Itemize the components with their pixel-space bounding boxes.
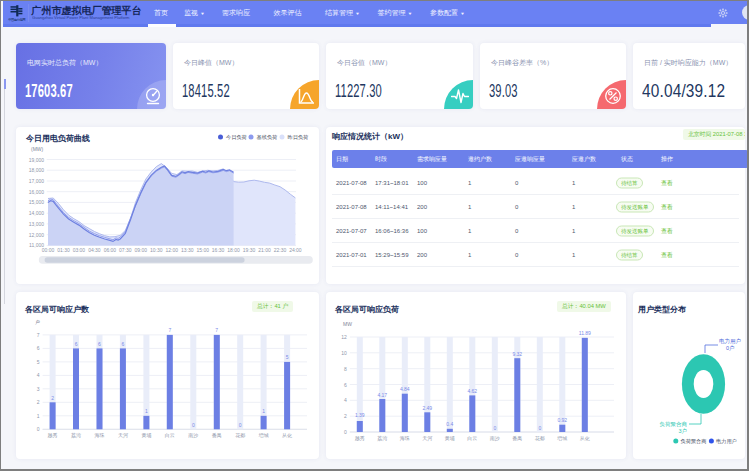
svg-text:00:00: 00:00 — [42, 247, 55, 253]
svg-text:7: 7 — [168, 327, 171, 333]
svg-text:0.92: 0.92 — [557, 417, 567, 423]
svg-text:黄埔: 黄埔 — [445, 435, 455, 441]
svg-text:10: 10 — [341, 350, 347, 356]
svg-text:12:00: 12:00 — [165, 247, 178, 253]
svg-text:1: 1 — [37, 413, 40, 419]
svg-text:6: 6 — [98, 341, 101, 347]
svg-text:0.4: 0.4 — [446, 421, 453, 427]
svg-text:增城: 增城 — [258, 432, 269, 438]
svg-text:3: 3 — [37, 386, 40, 392]
svg-text:12,000: 12,000 — [29, 232, 45, 238]
svg-text:从化: 从化 — [580, 435, 590, 442]
svg-text:12: 12 — [341, 334, 347, 340]
svg-text:7: 7 — [37, 332, 40, 338]
svg-text:19,000: 19,000 — [29, 157, 45, 163]
svg-text:8: 8 — [344, 366, 347, 372]
svg-text:0: 0 — [239, 422, 242, 428]
svg-text:18:00: 18:00 — [227, 247, 240, 253]
svg-text:白云: 白云 — [165, 432, 175, 439]
svg-text:负荷聚合商: 负荷聚合商 — [660, 421, 688, 428]
svg-text:(MW): (MW) — [31, 146, 44, 152]
svg-text:负荷聚合商: 负荷聚合商 — [681, 438, 707, 445]
svg-text:南沙: 南沙 — [490, 435, 500, 442]
svg-text:01:30: 01:30 — [57, 247, 70, 253]
svg-text:越秀: 越秀 — [48, 432, 58, 439]
svg-text:9.32: 9.32 — [512, 351, 522, 357]
svg-text:11.89: 11.89 — [579, 330, 591, 336]
svg-text:22:30: 22:30 — [274, 247, 287, 253]
svg-text:19:30: 19:30 — [243, 247, 256, 253]
svg-text:电力用户: 电力用户 — [719, 338, 741, 345]
svg-text:07:30: 07:30 — [119, 247, 132, 253]
svg-text:0: 0 — [344, 429, 347, 435]
svg-text:从化: 从化 — [282, 432, 292, 439]
svg-text:荔湾: 荔湾 — [71, 432, 81, 439]
svg-text:黄埔: 黄埔 — [141, 432, 151, 438]
svg-text:2.49: 2.49 — [422, 405, 432, 411]
svg-text:海珠: 海珠 — [400, 435, 410, 442]
svg-text:2: 2 — [37, 399, 40, 405]
svg-text:6: 6 — [75, 341, 78, 347]
svg-text:今日负荷: 今日负荷 — [226, 134, 248, 140]
svg-text:6: 6 — [122, 341, 125, 347]
svg-text:03:00: 03:00 — [73, 247, 86, 253]
svg-text:18,000: 18,000 — [29, 167, 45, 173]
svg-text:2: 2 — [344, 413, 347, 419]
svg-text:17,000: 17,000 — [29, 178, 45, 184]
svg-text:昨日负荷: 昨日负荷 — [288, 134, 310, 140]
svg-text:09:00: 09:00 — [135, 247, 148, 253]
svg-text:06:00: 06:00 — [104, 247, 117, 253]
svg-text:04:30: 04:30 — [88, 247, 101, 253]
svg-text:户: 户 — [35, 319, 40, 325]
svg-text:4: 4 — [37, 372, 40, 378]
svg-text:越秀: 越秀 — [355, 435, 365, 442]
svg-text:5: 5 — [37, 359, 40, 365]
svg-text:5: 5 — [286, 354, 289, 360]
svg-text:海珠: 海珠 — [95, 432, 105, 439]
svg-text:13,000: 13,000 — [29, 221, 45, 227]
svg-text:0: 0 — [192, 422, 195, 428]
svg-text:4.17: 4.17 — [377, 392, 387, 398]
svg-text:中国南方电网: 中国南方电网 — [8, 18, 25, 22]
svg-text:14,000: 14,000 — [29, 210, 45, 216]
svg-text:天河: 天河 — [422, 435, 432, 442]
svg-text:电力用户: 电力用户 — [716, 438, 737, 445]
svg-text:花都: 花都 — [535, 435, 545, 442]
svg-text:4.62: 4.62 — [467, 388, 477, 394]
svg-text:24:00: 24:00 — [289, 247, 302, 253]
svg-text:0: 0 — [37, 426, 40, 432]
svg-text:15:00: 15:00 — [196, 247, 209, 253]
svg-text:1.39: 1.39 — [355, 412, 365, 418]
svg-text:2: 2 — [51, 395, 54, 401]
svg-text:3户: 3户 — [678, 428, 687, 434]
svg-text:0户: 0户 — [726, 345, 735, 351]
svg-text:基线负荷: 基线负荷 — [257, 134, 279, 140]
svg-text:4: 4 — [344, 397, 347, 403]
svg-text:番禺: 番禺 — [512, 435, 522, 441]
svg-text:增城: 增城 — [556, 435, 567, 441]
svg-text:21:00: 21:00 — [258, 247, 271, 253]
svg-text:南沙: 南沙 — [188, 432, 198, 439]
svg-text:6: 6 — [344, 382, 347, 388]
svg-text:15,000: 15,000 — [29, 199, 45, 205]
svg-text:4.84: 4.84 — [400, 386, 410, 392]
svg-text:7: 7 — [215, 327, 218, 333]
svg-text:16:30: 16:30 — [212, 247, 225, 253]
svg-text:0: 0 — [493, 425, 496, 431]
svg-text:天河: 天河 — [118, 432, 128, 439]
svg-text:1: 1 — [262, 408, 265, 414]
svg-text:13:30: 13:30 — [181, 247, 194, 253]
svg-text:番禺: 番禺 — [212, 432, 222, 438]
svg-text:白云: 白云 — [467, 435, 477, 442]
svg-text:MW: MW — [343, 321, 352, 327]
svg-text:1: 1 — [145, 408, 148, 414]
svg-text:0: 0 — [538, 425, 541, 431]
svg-text:16,000: 16,000 — [29, 189, 45, 195]
svg-text:花都: 花都 — [235, 432, 245, 439]
svg-text:6: 6 — [37, 345, 40, 351]
svg-text:荔湾: 荔湾 — [377, 435, 387, 442]
svg-text:10:30: 10:30 — [150, 247, 163, 253]
